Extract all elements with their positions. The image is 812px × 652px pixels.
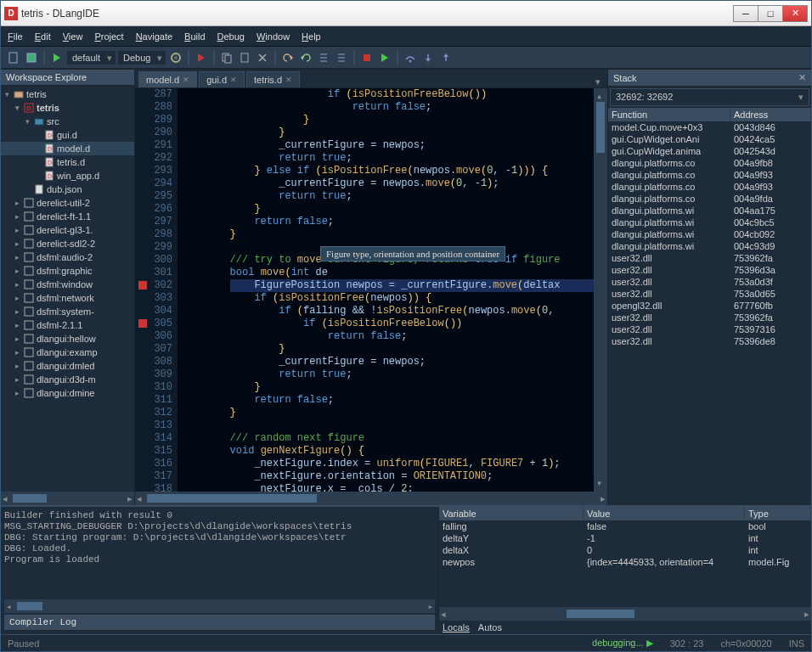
stack-row[interactable]: dlangui.platforms.wi004c9bc5 bbox=[608, 216, 811, 228]
close-button[interactable]: ✕ bbox=[782, 5, 808, 22]
scrollbar[interactable]: ◂▸ bbox=[4, 599, 435, 613]
menu-project[interactable]: Project bbox=[94, 31, 123, 42]
maximize-button[interactable]: □ bbox=[758, 5, 783, 22]
tree-item[interactable]: ▸dlangui:dmine bbox=[1, 386, 134, 400]
step-into-icon[interactable] bbox=[420, 50, 436, 65]
tree-item[interactable]: ▸dsfml:audio-2 bbox=[1, 250, 134, 264]
stack-row[interactable]: dlangui.platforms.co004a9f93 bbox=[608, 169, 811, 181]
scrollbar[interactable]: ◂▸ bbox=[1, 492, 134, 505]
paste-icon[interactable] bbox=[237, 50, 252, 65]
indent-icon[interactable] bbox=[316, 50, 331, 65]
tree-item[interactable]: ▸dsfml:graphic bbox=[1, 264, 134, 278]
stack-columns: Function Address bbox=[608, 108, 811, 121]
stack-row[interactable]: user32.dll753a0d65 bbox=[608, 288, 811, 300]
stack-row[interactable]: opengl32.dll677760fb bbox=[608, 300, 811, 312]
tree-item[interactable]: ▸dsfml:network bbox=[1, 291, 134, 305]
scrollbar[interactable]: ◂▸ bbox=[135, 492, 607, 505]
var-row[interactable]: deltaY-1int bbox=[439, 532, 811, 544]
stack-row[interactable]: dlangui.platforms.wi004c93d9 bbox=[608, 240, 811, 252]
scrollbar-v[interactable]: ▴▾ bbox=[594, 88, 607, 492]
save-icon[interactable] bbox=[24, 50, 39, 65]
stack-row[interactable]: gui.CupWidget.anima0042543d bbox=[608, 145, 811, 157]
menu-window[interactable]: Window bbox=[257, 31, 290, 42]
tree-item[interactable]: Dtetris.d bbox=[1, 155, 134, 169]
stack-row[interactable]: dlangui.platforms.co004a9fda bbox=[608, 193, 811, 205]
tree-item[interactable]: ▾src bbox=[1, 115, 134, 128]
stop-icon[interactable] bbox=[359, 50, 375, 65]
step-out-icon[interactable] bbox=[438, 50, 454, 65]
menu-file[interactable]: File bbox=[8, 31, 23, 42]
tree-item[interactable]: Dmodel.d bbox=[1, 142, 134, 155]
stack-row[interactable]: user32.dll753a0d3f bbox=[608, 276, 811, 288]
tab-locals[interactable]: Locals bbox=[443, 622, 470, 632]
thread-combo[interactable]: 32692: 32692 bbox=[610, 88, 809, 106]
tree-item[interactable]: ▾tetris bbox=[1, 87, 134, 101]
tree-item[interactable]: ▸dlangui:dmled bbox=[1, 359, 134, 373]
stack-row[interactable]: user32.dll75397316 bbox=[608, 323, 811, 335]
menu-navigate[interactable]: Navigate bbox=[136, 31, 172, 42]
menu-help[interactable]: Help bbox=[302, 31, 321, 42]
stack-row[interactable]: dlangui.platforms.co004a9f93 bbox=[608, 181, 811, 193]
continue-icon[interactable] bbox=[377, 50, 392, 65]
config-combo[interactable]: default bbox=[67, 51, 116, 65]
var-row[interactable]: newpos{index=4445933, orientation=4model… bbox=[439, 556, 811, 568]
tree-item[interactable]: ▸dsfml:system- bbox=[1, 305, 134, 318]
gutter[interactable]: 2872882892902912922932942952962972982993… bbox=[135, 88, 178, 492]
cut-icon[interactable] bbox=[255, 50, 270, 65]
minimize-button[interactable]: ─ bbox=[733, 5, 758, 22]
stack-row[interactable]: user32.dll753962fa bbox=[608, 252, 811, 264]
tree-item[interactable]: ▸dlangui:d3d-m bbox=[1, 373, 134, 386]
menu-edit[interactable]: Edit bbox=[35, 31, 51, 42]
run-icon[interactable] bbox=[49, 50, 65, 65]
tree-item[interactable]: dub.json bbox=[1, 183, 134, 196]
scrollbar[interactable]: ◂▸ bbox=[439, 607, 811, 621]
tree-item[interactable]: ▸derelict-ft-1.1 bbox=[1, 210, 134, 223]
vars-list[interactable]: fallingfalsebooldeltaY-1intdeltaX0intnew… bbox=[439, 520, 811, 607]
tree-item[interactable]: ▸derelict-util-2 bbox=[1, 196, 134, 210]
menu-build[interactable]: Build bbox=[184, 31, 205, 42]
tab-menu-icon[interactable]: ▾ bbox=[592, 76, 604, 87]
tree-item[interactable]: Dgui.d bbox=[1, 128, 134, 142]
close-icon[interactable]: ✕ bbox=[285, 76, 292, 84]
stack-row[interactable]: gui.CupWidget.onAni00424ca5 bbox=[608, 133, 811, 145]
tree-item[interactable]: ▸dlangui:hellow bbox=[1, 332, 134, 346]
tree-item[interactable]: ▸derelict-sdl2-2 bbox=[1, 237, 134, 250]
stack-row[interactable]: model.Cup.move+0x30043d846 bbox=[608, 121, 811, 133]
step-over-icon[interactable] bbox=[403, 50, 418, 65]
tree-item[interactable]: Dwin_app.d bbox=[1, 169, 134, 183]
undo-icon[interactable] bbox=[280, 50, 296, 65]
debug-run-icon[interactable] bbox=[194, 50, 209, 65]
code-area[interactable]: if (isPositionFreeBelow()) return false;… bbox=[178, 88, 607, 492]
menu-view[interactable]: View bbox=[63, 31, 83, 42]
tree-item[interactable]: ▸dsfml:window bbox=[1, 278, 134, 291]
var-row[interactable]: fallingfalsebool bbox=[439, 520, 811, 532]
stack-row[interactable]: user32.dll75396d3a bbox=[608, 264, 811, 276]
redo-icon[interactable] bbox=[298, 50, 313, 65]
var-row[interactable]: deltaX0int bbox=[439, 544, 811, 556]
stack-row[interactable]: dlangui.platforms.wi004cb092 bbox=[608, 228, 811, 240]
tree-item[interactable]: ▸dsfml-2.1.1 bbox=[1, 318, 134, 332]
tree-item[interactable]: ▸dlangui:examp bbox=[1, 346, 134, 359]
new-icon[interactable] bbox=[6, 50, 21, 65]
close-icon[interactable]: ✕ bbox=[183, 76, 189, 84]
menu-debug[interactable]: Debug bbox=[217, 31, 245, 42]
tab-model.d[interactable]: model.d✕ bbox=[138, 71, 197, 87]
stack-row[interactable]: dlangui.platforms.wi004aa175 bbox=[608, 205, 811, 216]
stack-list[interactable]: model.Cup.move+0x30043d846gui.CupWidget.… bbox=[608, 121, 811, 505]
workspace-tree[interactable]: ▾tetris▾Dtetris▾srcDgui.dDmodel.dDtetris… bbox=[1, 86, 134, 492]
tree-item[interactable]: ▾Dtetris bbox=[1, 101, 134, 115]
stack-row[interactable]: user32.dll753962fa bbox=[608, 312, 811, 323]
tab-tetris.d[interactable]: tetris.d✕ bbox=[246, 71, 300, 87]
tab-gui.d[interactable]: gui.d✕ bbox=[199, 71, 245, 87]
close-icon[interactable]: ✕ bbox=[230, 76, 237, 84]
close-icon[interactable]: ✕ bbox=[798, 72, 806, 83]
copy-icon[interactable] bbox=[219, 50, 234, 65]
gear-icon[interactable] bbox=[168, 50, 183, 65]
tree-item[interactable]: ▸derelict-gl3-1. bbox=[1, 223, 134, 237]
build-combo[interactable]: Debug bbox=[118, 51, 166, 65]
stack-row[interactable]: user32.dll75396de8 bbox=[608, 335, 811, 347]
unindent-icon[interactable] bbox=[334, 50, 349, 65]
stack-row[interactable]: dlangui.platforms.co004a9fb8 bbox=[608, 157, 811, 169]
tab-autos[interactable]: Autos bbox=[478, 622, 502, 632]
console-tab[interactable]: Compiler Log bbox=[4, 615, 435, 631]
